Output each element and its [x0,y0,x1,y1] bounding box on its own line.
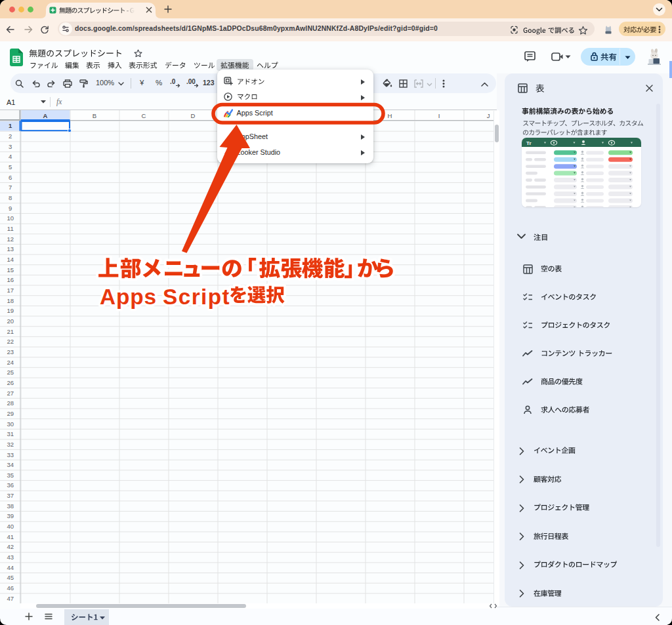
svg-text:37: 37 [7,492,14,499]
svg-text:20: 20 [7,317,14,325]
svg-text:17: 17 [7,287,14,294]
svg-text:24: 24 [7,359,14,366]
svg-text:22: 22 [7,338,14,345]
svg-text:H: H [388,112,392,119]
svg-text:A: A [43,112,48,119]
svg-text:2: 2 [9,132,12,140]
svg-text:36: 36 [7,481,14,489]
svg-text:J: J [487,112,490,119]
svg-text:23: 23 [7,348,14,355]
svg-text:45: 45 [7,574,14,581]
svg-text:5: 5 [9,163,12,171]
svg-text:13: 13 [7,245,14,252]
svg-text:39: 39 [7,512,14,519]
svg-text:29: 29 [7,410,14,417]
svg-text:40: 40 [7,523,14,530]
svg-text:42: 42 [7,543,14,550]
svg-text:35: 35 [7,472,14,479]
svg-text:46: 46 [7,584,14,592]
svg-text:12: 12 [7,235,14,243]
svg-text:3: 3 [9,143,12,150]
svg-text:6: 6 [9,174,12,181]
svg-text:I: I [438,112,440,119]
svg-text:30: 30 [7,420,14,428]
svg-text:B: B [93,112,96,119]
svg-text:19: 19 [7,307,14,314]
svg-text:7: 7 [9,184,12,191]
svg-text:31: 31 [7,430,14,437]
svg-text:9: 9 [9,205,12,212]
svg-text:16: 16 [7,276,14,283]
svg-text:10: 10 [7,214,14,222]
svg-text:25: 25 [7,369,14,376]
svg-text:15: 15 [7,266,14,273]
svg-text:D: D [191,112,196,119]
svg-text:14: 14 [7,256,14,263]
svg-text:21: 21 [7,328,14,335]
svg-text:41: 41 [7,533,14,540]
svg-text:47: 47 [7,595,14,602]
svg-text:1: 1 [9,122,12,129]
svg-text:11: 11 [7,225,14,232]
svg-text:28: 28 [7,399,14,407]
svg-text:4: 4 [9,153,12,160]
svg-text:Apps: Apps [100,285,157,309]
svg-text:C: C [142,112,146,119]
svg-text:33: 33 [7,451,14,458]
svg-text:43: 43 [7,554,14,561]
svg-text:38: 38 [7,502,14,510]
svg-text:Tr: Tr [526,140,532,146]
svg-text:44: 44 [7,564,14,571]
svg-text:26: 26 [7,379,14,386]
svg-text:32: 32 [7,441,14,448]
svg-text:18: 18 [7,297,14,304]
svg-text:8: 8 [9,194,12,201]
svg-text:27: 27 [7,390,14,397]
svg-text:34: 34 [7,461,14,468]
svg-text:Script: Script [163,285,230,309]
